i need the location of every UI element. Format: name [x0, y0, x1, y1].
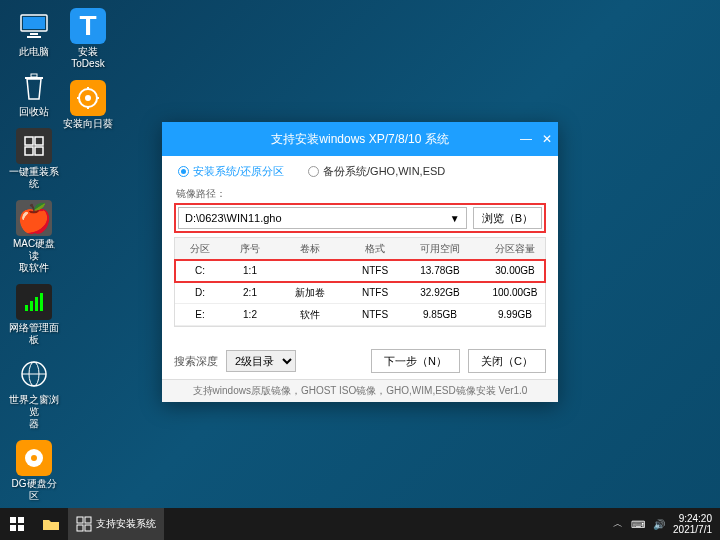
- search-depth-select[interactable]: 2级目录: [226, 350, 296, 372]
- path-dropdown[interactable]: D:\0623\WIN11.gho ▼: [178, 207, 467, 229]
- svg-rect-32: [85, 525, 91, 531]
- status-line: 支持windows原版镜像，GHOST ISO镜像，GHO,WIM,ESD镜像安…: [162, 379, 558, 402]
- desktop-icon-sunflower[interactable]: 安装向日葵: [62, 80, 114, 130]
- start-button[interactable]: [0, 508, 34, 540]
- close-dialog-button[interactable]: 关闭（C）: [468, 349, 546, 373]
- desktop-icon-dg[interactable]: DG硬盘分区: [8, 440, 60, 502]
- svg-rect-11: [30, 301, 33, 311]
- taskbar: 支持安装系统 ︿ ⌨ 🔊 9:24:20 2021/7/1: [0, 508, 720, 540]
- taskbar-app[interactable]: 支持安装系统: [68, 508, 164, 540]
- browse-button[interactable]: 浏览（B）: [473, 207, 542, 229]
- desktop-icon-todesk[interactable]: T 安装ToDesk: [62, 8, 114, 70]
- table-row[interactable]: E: 1:2 软件 NTFS 9.85GB 9.99GB: [175, 304, 545, 326]
- minimize-button[interactable]: —: [520, 132, 532, 146]
- svg-rect-3: [27, 36, 41, 38]
- tray-chevron-icon[interactable]: ︿: [613, 517, 623, 531]
- path-label: 镜像路径：: [176, 188, 226, 199]
- table-header: 分区 序号 卷标 格式 可用空间 分区容量: [175, 238, 545, 260]
- svg-rect-10: [25, 305, 28, 311]
- svg-rect-28: [18, 525, 24, 531]
- svg-rect-1: [23, 17, 45, 29]
- desktop-icon-mac[interactable]: 🍎 MAC硬盘读 取软件: [8, 200, 60, 274]
- radio-dot-icon: [308, 166, 319, 177]
- grid-icon: [76, 516, 92, 532]
- svg-rect-26: [18, 517, 24, 523]
- svg-rect-29: [77, 517, 83, 523]
- sunflower-icon: [70, 80, 106, 116]
- svg-rect-2: [30, 33, 38, 35]
- desktop-icon-recycle[interactable]: 回收站: [8, 68, 60, 118]
- folder-icon: [42, 517, 60, 531]
- system-tray: ︿ ⌨ 🔊 9:24:20 2021/7/1: [613, 513, 720, 535]
- next-button[interactable]: 下一步（N）: [371, 349, 460, 373]
- taskbar-explorer[interactable]: [34, 508, 68, 540]
- desktop-icon-reinstall[interactable]: 一键重装系统: [8, 128, 60, 190]
- svg-rect-5: [31, 74, 37, 77]
- globe-icon: [16, 356, 52, 392]
- grid-icon: [16, 128, 52, 164]
- svg-rect-27: [10, 525, 16, 531]
- desktop-icon-world[interactable]: 世界之窗浏览 器: [8, 356, 60, 430]
- trash-icon: [16, 68, 52, 104]
- svg-rect-9: [35, 147, 43, 155]
- tray-volume-icon[interactable]: 🔊: [653, 519, 665, 530]
- radio-dot-icon: [178, 166, 189, 177]
- svg-rect-7: [35, 137, 43, 145]
- svg-point-18: [31, 455, 37, 461]
- table-row[interactable]: D: 2:1 新加卷 NTFS 32.92GB 100.00GB: [175, 282, 545, 304]
- radio-backup[interactable]: 备份系统/GHO,WIN,ESD: [308, 164, 445, 179]
- svg-rect-13: [40, 293, 43, 311]
- chevron-down-icon: ▼: [450, 213, 460, 224]
- svg-point-20: [85, 95, 91, 101]
- close-button[interactable]: ✕: [542, 132, 552, 146]
- svg-rect-25: [10, 517, 16, 523]
- windows-icon: [10, 517, 24, 531]
- installer-window: 支持安装windows XP/7/8/10 系统 — ✕ 安装系统/还原分区 备…: [162, 122, 558, 402]
- tray-clock[interactable]: 9:24:20 2021/7/1: [673, 513, 712, 535]
- radio-install[interactable]: 安装系统/还原分区: [178, 164, 284, 179]
- svg-rect-6: [25, 137, 33, 145]
- svg-rect-8: [25, 147, 33, 155]
- desktop-icon-this-pc[interactable]: 此电脑: [8, 8, 60, 58]
- table-row[interactable]: C: 1:1 NTFS 13.78GB 30.00GB: [175, 260, 545, 282]
- svg-rect-12: [35, 297, 38, 311]
- svg-rect-30: [85, 517, 91, 523]
- apple-icon: 🍎: [16, 200, 52, 236]
- titlebar[interactable]: 支持安装windows XP/7/8/10 系统 — ✕: [162, 122, 558, 156]
- window-title: 支持安装windows XP/7/8/10 系统: [271, 131, 448, 148]
- partition-table: 分区 序号 卷标 格式 可用空间 分区容量 C: 1:1 NTFS 13.78G…: [174, 237, 546, 327]
- svg-rect-31: [77, 525, 83, 531]
- desktop-icon-network[interactable]: 网络管理面板: [8, 284, 60, 346]
- monitor-icon: [16, 8, 52, 44]
- search-depth-label: 搜索深度: [174, 354, 218, 369]
- path-highlight: D:\0623\WIN11.gho ▼ 浏览（B）: [174, 203, 546, 233]
- disk-icon: [16, 440, 52, 476]
- tray-keyboard-icon[interactable]: ⌨: [631, 519, 645, 530]
- todesk-icon: T: [70, 8, 106, 44]
- bars-icon: [16, 284, 52, 320]
